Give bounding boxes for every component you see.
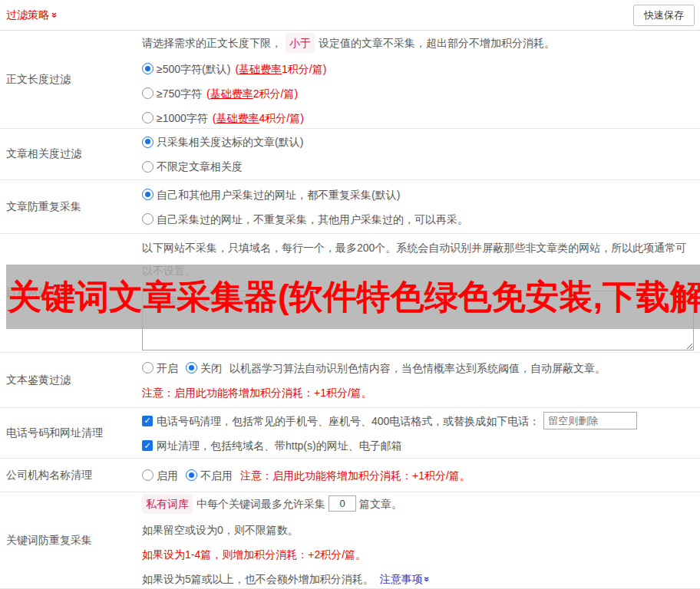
fee-note: (基础费率4积分/篇): [213, 110, 304, 127]
row-article-dedup: 文章防重复采集 自己和其他用户采集过的网址，都不重复采集(默认) 自己采集过的网…: [0, 180, 700, 234]
row-keyword-dedup: 关键词防重复采集 私有词库 中每个关键词最多允许采集 篇文章。 如果留空或设为0…: [0, 492, 700, 589]
checkbox-url-clean[interactable]: [142, 440, 153, 451]
row-label: 文章防重复采集: [0, 180, 142, 233]
private-thesaurus-badge[interactable]: 私有词库: [142, 494, 193, 514]
option-label[interactable]: 开启: [157, 360, 178, 377]
porn-filter-note: 注意：启用此功能将增加积分消耗：+1积分/篇。: [142, 384, 695, 401]
line-text: 中每个关键词最多允许采集: [196, 495, 325, 512]
quick-save-button[interactable]: 快速保存: [633, 5, 695, 26]
option-label[interactable]: ≥750字符: [157, 85, 202, 102]
watermark-text: 关键词文章采集器(软件特色绿色免安装,下载解: [6, 275, 700, 320]
max-articles-per-keyword-input[interactable]: [329, 495, 356, 512]
keyword-dedup-line2: 如果留空或设为0，则不限篇数。: [142, 522, 695, 538]
radio-length-750[interactable]: [142, 87, 154, 99]
option-dedup-self: 自己采集过的网址，不重复采集，其他用户采集过的，可以再采。: [142, 211, 695, 228]
keyword-dedup-line1: 私有词库 中每个关键词最多允许采集 篇文章。: [142, 494, 695, 514]
row-label: 正文长度过滤: [0, 31, 142, 128]
filter-strategy-dropdown[interactable]: 过滤策略: [6, 8, 58, 22]
company-clean-options: 启用 不启用 注意：启用此功能将增加积分消耗：+1积分/篇。: [142, 467, 695, 484]
phone-clean-line: 电话号码清理，包括常见的手机号、座机号、400电话格式，或替换成如下电话：: [142, 412, 695, 429]
company-clean-note: 注意：启用此功能将增加积分消耗：+1积分/篇。: [240, 467, 471, 484]
option-label[interactable]: ≥1000字符: [157, 110, 208, 127]
row-phone-url-clean: 电话号码和网址清理 电话号码清理，包括常见的手机号、座机号、400电话格式，或替…: [0, 408, 700, 459]
row-label: 文章相关度过滤: [0, 129, 142, 179]
radio-company-enable[interactable]: [142, 469, 154, 481]
option-label[interactable]: 自己采集过的网址，不重复采集，其他用户采集过的，可以再采。: [157, 211, 468, 228]
notes-link-label: 注意事项: [380, 571, 423, 587]
row-relevance-filter: 文章相关度过滤 只采集相关度达标的文章(默认) 不限定文章相关度: [0, 129, 700, 180]
option-label[interactable]: 启用: [157, 467, 178, 484]
option-relevance-strict: 只采集相关度达标的文章(默认): [142, 133, 695, 150]
intro-text: 设定值的文章不采集，超出部分不增加积分消耗。: [319, 35, 555, 51]
content-length-intro: 请选择需求的正文长度下限， 小于 设定值的文章不采集，超出部分不增加积分消耗。: [142, 33, 695, 53]
porn-filter-desc: 以机器学习算法自动识别色情内容，当色情概率达到系统阈值，自动屏蔽文章。: [229, 360, 606, 377]
option-label[interactable]: 关闭: [200, 360, 222, 377]
radio-dedup-self[interactable]: [142, 213, 154, 225]
radio-porn-off[interactable]: [186, 362, 197, 373]
row-content-length-filter: 正文长度过滤 请选择需求的正文长度下限， 小于 设定值的文章不采集，超出部分不增…: [0, 31, 700, 129]
intro-text: 请选择需求的正文长度下限，: [142, 35, 282, 51]
row-porn-filter: 文本鉴黄过滤 开启 关闭 以机器学习算法自动识别色情内容，当色情概率达到系统阈值…: [0, 353, 700, 408]
top-bar: 过滤策略 快速保存: [0, 0, 700, 31]
keyword-dedup-line4: 如果设为5篇或以上，也不会额外增加积分消耗。 注意事项: [142, 571, 695, 587]
option-dedup-all: 自己和其他用户采集过的网址，都不重复采集(默认): [142, 186, 695, 203]
option-length-1000: ≥1000字符 (基础费率4积分/篇): [142, 110, 695, 127]
radio-porn-on[interactable]: [142, 362, 154, 373]
row-label: 电话号码和网址清理: [0, 408, 142, 458]
radio-length-1000[interactable]: [142, 112, 154, 123]
less-than-badge: 小于: [286, 33, 315, 53]
option-label[interactable]: 自己和其他用户采集过的网址，都不重复采集(默认): [157, 186, 400, 203]
porn-filter-options: 开启 关闭 以机器学习算法自动识别色情内容，当色情概率达到系统阈值，自动屏蔽文章…: [142, 360, 695, 377]
notes-link[interactable]: 注意事项: [380, 571, 430, 587]
option-label[interactable]: 电话号码清理，包括常见的手机号、座机号、400电话格式，或替换成如下电话：: [157, 413, 540, 429]
watermark-overlay: 关键词文章采集器(软件特色绿色免安装,下载解: [6, 265, 700, 329]
radio-dedup-all[interactable]: [142, 189, 154, 200]
option-length-750: ≥750字符 (基础费率2积分/篇): [142, 85, 695, 102]
line-text: 如果设为5篇或以上，也不会额外增加积分消耗。: [142, 571, 374, 587]
replacement-phone-input[interactable]: [543, 412, 637, 429]
option-label[interactable]: ≥500字符(默认): [157, 61, 230, 77]
row-label: 公司机构名称清理: [0, 459, 142, 492]
row-label: 文本鉴黄过滤: [0, 353, 142, 407]
radio-relevance-any[interactable]: [142, 161, 154, 173]
option-label[interactable]: 不限定文章相关度: [157, 158, 243, 175]
chevron-double-down-icon: [422, 576, 431, 581]
chevron-double-down-icon: [50, 12, 60, 18]
keyword-dedup-line3: 如果设为1-4篇，则增加积分消耗：+2积分/篇。: [142, 546, 695, 563]
option-label[interactable]: 只采集相关度达标的文章(默认): [157, 133, 303, 150]
radio-company-disable[interactable]: [186, 469, 197, 481]
checkbox-phone-clean[interactable]: [142, 416, 153, 426]
radio-relevance-strict[interactable]: [142, 137, 154, 148]
option-label[interactable]: 不启用: [200, 467, 233, 484]
url-clean-line: 网址清理，包括纯域名、带http(s)的网址、电子邮箱: [142, 437, 695, 454]
option-relevance-any: 不限定文章相关度: [142, 158, 695, 175]
radio-length-500[interactable]: [142, 63, 154, 74]
option-label[interactable]: 网址清理，包括纯域名、带http(s)的网址、电子邮箱: [157, 437, 402, 454]
fee-note: (基础费率1积分/篇): [235, 61, 326, 77]
fee-note: (基础费率2积分/篇): [206, 85, 298, 102]
page-title: 过滤策略: [6, 8, 49, 22]
option-length-500: ≥500字符(默认) (基础费率1积分/篇): [142, 61, 695, 77]
row-label: 关键词防重复采集: [0, 492, 142, 588]
line-text: 篇文章。: [359, 495, 402, 512]
row-company-clean: 公司机构名称清理 启用 不启用 注意：启用此功能将增加积分消耗：+1积分/篇。: [0, 459, 700, 492]
